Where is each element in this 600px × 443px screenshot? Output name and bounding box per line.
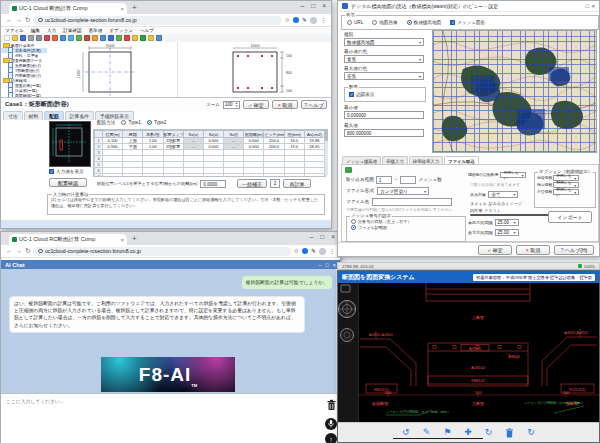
radio-map-image[interactable]: 地図画像 <box>372 20 397 26</box>
forward-icon[interactable]: → <box>16 248 23 255</box>
help-lamp-icon[interactable] <box>148 35 154 41</box>
back-icon[interactable]: ← <box>6 248 13 255</box>
dx-select[interactable]: 25.00▾ <box>495 219 519 226</box>
cancel-button[interactable]: ×取消 <box>272 100 298 109</box>
panel-minimize-icon[interactable]: – <box>318 262 321 268</box>
dy-select[interactable]: 25.00▾ <box>495 229 519 236</box>
help-button[interactable]: ?ヘルプ(H) <box>554 245 594 255</box>
range-to-input[interactable] <box>400 176 416 184</box>
refresh-icon[interactable]: ↻ <box>485 428 493 437</box>
voice-input-icon[interactable] <box>325 418 337 430</box>
dialog-maximize-icon[interactable]: □ <box>585 3 588 9</box>
panel-close-icon[interactable]: × <box>333 262 336 268</box>
layout-check-button[interactable]: 配置確認 <box>49 178 87 187</box>
address-bar[interactable]: uc1cloud-complete-section.forum8.co.jp <box>33 16 281 25</box>
import-button[interactable]: インポート <box>548 211 592 223</box>
open-csv-icon[interactable] <box>345 167 352 173</box>
range-from-input[interactable]: 1 <box>376 176 392 184</box>
cut-icon[interactable] <box>44 35 50 41</box>
table-row[interactable]: 2 0.900下側 1.001段配置 —0.000 —0.000 200.019… <box>95 144 325 150</box>
panel-restore-icon[interactable]: □ <box>325 262 328 268</box>
radio-type2[interactable]: Type2 <box>147 120 167 126</box>
pen-extension-icon[interactable]: ✎ <box>311 248 316 254</box>
reload-icon[interactable]: ↻ <box>25 248 30 255</box>
max-value-input[interactable]: 800.000000 <box>344 129 424 137</box>
copy-icon[interactable] <box>52 35 58 41</box>
gradation-checkbox[interactable]: 諧調表示 <box>345 88 425 101</box>
table-row[interactable]: 7 <box>95 174 325 178</box>
window-maximize-icon[interactable]: □ <box>320 233 324 240</box>
topo-map-view[interactable] <box>432 30 597 153</box>
min-color-select[interactable]: 青系▾ <box>344 55 424 63</box>
cad-canvas[interactable]: 上断面 Ac8101 Ac8102 As8106 FB8102 As8101,A… <box>338 283 599 424</box>
pencil-icon[interactable]: ✎ <box>423 428 431 437</box>
bookmark-star-icon[interactable]: ☆ <box>285 17 290 23</box>
table-scrollbar[interactable] <box>325 129 328 175</box>
browser-menu-icon[interactable]: ⋮ <box>320 17 326 23</box>
site-info-icon[interactable] <box>38 18 43 23</box>
result-view-icon[interactable] <box>100 35 106 41</box>
undo-icon[interactable] <box>68 35 74 41</box>
confirm-button[interactable]: ✓確定 <box>243 100 269 109</box>
target-select[interactable]: 全て▾ <box>488 191 518 198</box>
menu-help[interactable]: ヘルプ <box>140 28 154 33</box>
send-message-icon[interactable]: ↑ <box>325 433 337 443</box>
max-color-select[interactable]: 茶系▾ <box>344 72 424 80</box>
browser-tab[interactable]: UC-1 Cloud 断面計算 Comp × <box>9 3 127 14</box>
tab-rebar[interactable]: 配筋 <box>44 111 64 120</box>
print-preview-icon[interactable] <box>36 35 42 41</box>
water-select[interactable]: 使用しない▾ <box>553 189 579 195</box>
new-tab-button[interactable]: + <box>132 234 137 243</box>
calc-run-icon[interactable] <box>92 35 98 41</box>
dialog-titlebar[interactable]: デジタル標高地図の読込（数値標高(wasm)対応）のビュー・設定 □ × <box>338 1 599 12</box>
tab-spare-rebar[interactable]: 予備鉄筋表示 <box>95 111 134 120</box>
menu-input[interactable]: 入力 <box>47 28 56 33</box>
file-name-input[interactable] <box>372 198 452 206</box>
menu-file[interactable]: ファイル <box>5 28 24 33</box>
move-icon[interactable]: ✚ <box>464 428 472 437</box>
input-mode-icon[interactable] <box>84 35 90 41</box>
new-tab-button[interactable]: + <box>132 3 137 12</box>
recalc-button[interactable]: 再計算 <box>283 179 311 188</box>
radio-url[interactable]: URL <box>347 20 363 26</box>
batch-adjust-button[interactable]: 一括補正 <box>237 179 267 188</box>
mesh-figure-checkbox[interactable]: メッシュ図形 <box>450 20 485 26</box>
trash-icon[interactable] <box>505 424 514 442</box>
report-icon[interactable] <box>108 35 114 41</box>
redo-icon[interactable] <box>76 35 82 41</box>
redo-icon[interactable]: ↻ <box>527 428 535 437</box>
browser-tab[interactable]: UC-1 Cloud RC断面計算 Comp × <box>9 234 127 245</box>
save-icon[interactable] <box>20 35 26 41</box>
window-minimize-icon[interactable]: – <box>301 2 305 9</box>
window-close-icon[interactable]: × <box>331 233 335 240</box>
site-info-icon[interactable] <box>38 249 43 254</box>
radio-dem[interactable]: 数値標高地図 <box>407 20 442 26</box>
help-button[interactable]: ?ヘルプ <box>301 100 327 109</box>
drawing-icon[interactable] <box>116 35 122 41</box>
radio-file-order[interactable]: ファイル記載順 <box>347 224 465 230</box>
min-value-input[interactable]: 0.000000 <box>344 111 424 119</box>
offset-input[interactable]: 0.0000 <box>200 180 226 188</box>
count-stepper[interactable]: 2 <box>270 179 280 188</box>
format-select[interactable]: カンマ区切り▾ <box>377 187 429 195</box>
tab-dimensions[interactable]: 寸法 <box>3 111 23 120</box>
table-row[interactable]: 1 0.100上側 1.001段配置 —0.000 —0.000 200.016… <box>95 138 325 144</box>
zoom-stepper[interactable]: 100 ▲▼ <box>223 101 240 109</box>
delete-chat-icon[interactable] <box>326 397 337 415</box>
back-icon[interactable]: ← <box>6 17 13 24</box>
show-values-checkbox[interactable]: 入力値を表示 <box>49 169 84 175</box>
structure-select[interactable]: 使用しない▾ <box>500 172 526 178</box>
pen-extension-icon[interactable]: ✎ <box>302 17 307 23</box>
extension-icon[interactable] <box>293 17 299 23</box>
flag-icon[interactable]: ⚑ <box>443 428 451 437</box>
browser-menu-icon[interactable]: ⋮ <box>329 248 335 254</box>
menu-standard-values[interactable]: 基準値 <box>89 28 103 33</box>
tab-material[interactable]: 材料 <box>24 111 44 120</box>
confirm-button[interactable]: ✓確定 <box>478 245 512 255</box>
chat-input[interactable] <box>4 396 308 443</box>
window-close-icon[interactable]: × <box>322 2 326 9</box>
print-icon[interactable] <box>28 35 34 41</box>
paste-icon[interactable] <box>60 35 66 41</box>
cad-titlebar[interactable]: 断面図を図面変換システム 検索対象図面：平成29年度 国土交通省 標準設計図集・… <box>338 271 599 283</box>
extension-icon[interactable] <box>302 248 308 254</box>
